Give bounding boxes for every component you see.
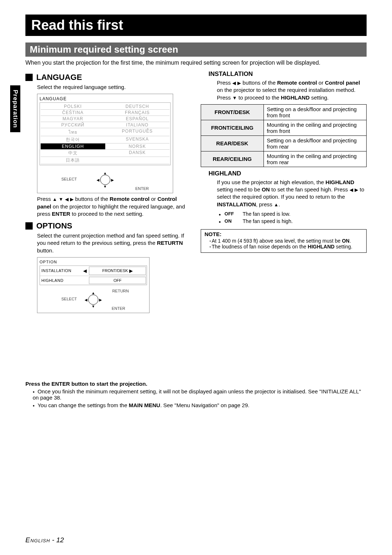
bullet-box-icon	[25, 222, 33, 230]
language-option: NORSK	[105, 143, 170, 150]
arrow-left-icon: ◀	[65, 197, 69, 202]
language-option: 中文	[41, 150, 105, 157]
arrow-left-icon: ◀	[350, 187, 353, 193]
bullet-icon: ●	[219, 218, 221, 226]
t: setting.	[310, 94, 329, 101]
left-column: LANGUAGE Select the required language se…	[25, 69, 192, 315]
options-caption: Select the current projection method and…	[37, 232, 192, 254]
t: You can change the settings from the	[37, 402, 128, 408]
t: or	[317, 80, 325, 86]
t: Press	[37, 196, 53, 202]
t: HIGHLAND	[41, 278, 64, 283]
table-row: REAR/DESKSetting on a desk/floor and pro…	[201, 135, 367, 151]
t: .	[278, 201, 280, 207]
select-label: SELECT	[61, 297, 77, 301]
installation-instructions: Press ◀ ▶ buttons of the Remote control …	[217, 79, 367, 101]
language-option: DANSK	[105, 150, 170, 157]
enter-label: ENTER	[112, 306, 125, 311]
t: HIGHLAND	[308, 244, 335, 250]
note-item: At 1 400 m (4 593 ft) above sea level, t…	[210, 238, 363, 244]
t: to proceed to the next setting.	[70, 211, 144, 217]
language-option: POLSKI	[41, 104, 105, 110]
arrow-right-icon: ▶	[129, 268, 133, 274]
arrow-left-icon: ◀	[232, 80, 236, 86]
language-caption: Select the required language setting.	[37, 84, 192, 91]
highland-options: ●OFFThe fan speed is low.●ONThe fan spee…	[219, 211, 367, 226]
table-val: Setting on a desk/floor and projecting f…	[264, 135, 366, 151]
language-option: FRANÇAIS	[105, 110, 170, 116]
t: or	[150, 196, 158, 202]
t: At 1 400 m (4 593 ft) above sea level, t…	[212, 238, 342, 244]
page-footer: English - 12	[25, 536, 64, 544]
select-label: SELECT	[61, 177, 77, 181]
page-number: 12	[56, 536, 64, 544]
table-key: REAR/DESK	[201, 135, 264, 151]
t: buttons of the	[241, 80, 277, 86]
highland-body: If you use the projector at high elevati…	[217, 179, 367, 208]
t: HIGHLAND	[326, 179, 354, 185]
note-title: NOTE:	[205, 231, 363, 237]
language-option: ČEŠTINA	[41, 110, 105, 116]
opt-key: ON	[225, 218, 239, 226]
arrow-up-icon: ▲	[274, 202, 278, 207]
t: ENTER	[52, 211, 70, 217]
options-heading: OPTIONS	[25, 221, 192, 231]
t: The loudness of fan noise depends on the	[212, 244, 308, 250]
dpad-icon: ▲▼ ◀▶	[97, 172, 113, 188]
t: INSTALLATION	[41, 268, 72, 273]
installation-table: FRONT/DESKSetting on a desk/floor and pr…	[201, 104, 367, 167]
language-menu-title: LANGUAGE	[40, 96, 171, 101]
return-label: RETURN	[112, 289, 129, 293]
footer-block: Press the ENTER button to start the proj…	[25, 381, 367, 408]
section-heading: Minimum required setting screen	[25, 42, 367, 57]
footer-item: You can change the settings from the MAI…	[33, 402, 367, 408]
language-option	[105, 157, 170, 164]
highland-heading: HIGHLAND	[209, 170, 367, 177]
page-title-bar: Read this first	[25, 15, 367, 36]
installation-heading: INSTALLATION	[209, 70, 367, 78]
list-item: ●ONThe fan speed is high.	[219, 218, 367, 226]
side-tab-preparation: Preparation	[10, 85, 20, 132]
enter-label: ENTER	[135, 186, 149, 191]
t: If you use the projector at high elevati…	[217, 179, 326, 185]
arrow-up-icon: ▲	[53, 197, 57, 202]
language-option: 한국어	[41, 136, 105, 143]
opt-key: OFF	[225, 211, 239, 218]
table-val: Mounting in the ceiling and projecting f…	[264, 151, 366, 167]
opt-desc: The fan speed is high.	[243, 218, 367, 226]
language-heading: LANGUAGE	[25, 73, 192, 82]
arrow-down-icon: ▼	[232, 95, 237, 101]
bullet-icon: ●	[219, 211, 221, 218]
table-row: FRONT/CEILINGMounting in the ceiling and…	[201, 120, 367, 135]
language-menu: LANGUAGE POLSKIDEUTSCHČEŠTINAFRANÇAISMAG…	[37, 94, 173, 193]
bullet-box-icon	[25, 74, 33, 81]
t: buttons of the	[74, 196, 110, 202]
arrow-left-icon: ◀	[83, 268, 87, 274]
t: Press	[217, 80, 233, 86]
note-item: The loudness of fan noise depends on the…	[210, 244, 363, 250]
t: , press	[256, 201, 274, 207]
highland-heading-text: HIGHLAND	[209, 170, 241, 177]
right-column: INSTALLATION Press ◀ ▶ buttons of the Re…	[201, 69, 367, 315]
arrow-right-icon: ▶	[237, 80, 241, 86]
option-menu: OPTION INSTALLATION◀ FRONT/DESK▶ HIGHLAN…	[37, 257, 150, 313]
t: HIGHLAND	[281, 94, 310, 101]
list-item: ●OFFThe fan speed is low.	[219, 211, 367, 218]
intro-text: When you start the projection for the fi…	[25, 60, 367, 66]
table-key: FRONT/DESK	[201, 104, 264, 120]
table-row: FRONT/DESKSetting on a desk/floor and pr…	[201, 104, 367, 120]
footer-item: Once you finish the minimum requirement …	[33, 388, 367, 401]
language-option: MAGYAR	[41, 116, 105, 122]
footer-heading: Press the ENTER button to start the proj…	[25, 381, 367, 387]
t: button.	[37, 247, 54, 254]
arrow-right-icon: ▶	[70, 197, 74, 202]
t: setting.	[335, 244, 352, 250]
t: FRONT/DESK	[102, 268, 128, 273]
page-language: English	[25, 536, 50, 544]
opt-desc: The fan speed is low.	[243, 211, 367, 218]
table-val: Mounting in the ceiling and projecting f…	[264, 120, 366, 135]
installation-heading-text: INSTALLATION	[209, 70, 253, 78]
language-option: DEUTSCH	[105, 104, 170, 110]
t: ON	[342, 238, 350, 244]
language-option: ITALIANO	[105, 122, 170, 128]
